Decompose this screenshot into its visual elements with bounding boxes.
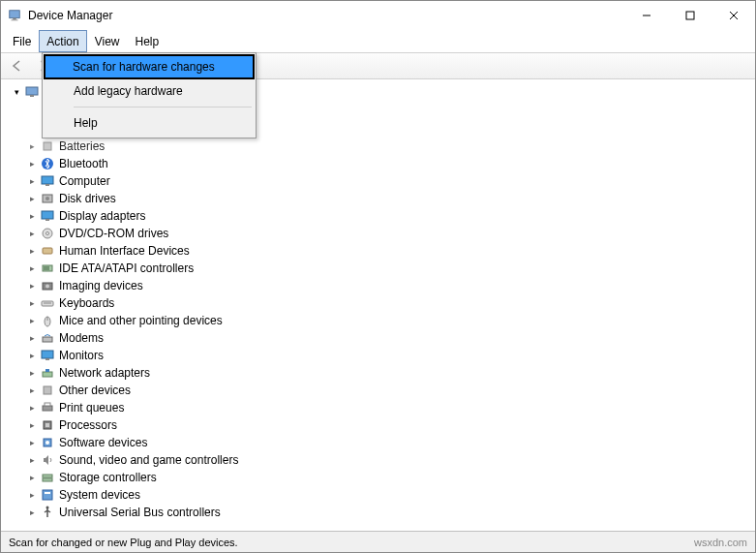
tree-item[interactable]: ▸Keyboards xyxy=(3,294,753,312)
tree-item[interactable]: ▸Universal Serial Bus controllers xyxy=(3,504,753,521)
device-manager-window: Device Manager File Action View Help Sca… xyxy=(0,0,756,553)
chevron-right-icon[interactable]: ▸ xyxy=(26,507,38,518)
battery-icon xyxy=(40,138,55,154)
usb-icon xyxy=(40,505,55,520)
chevron-right-icon[interactable]: ▸ xyxy=(26,315,38,326)
chevron-right-icon[interactable]: ▸ xyxy=(26,350,38,361)
chevron-right-icon[interactable]: ▸ xyxy=(26,472,38,483)
menu-action[interactable]: Action xyxy=(39,30,86,52)
camera-icon xyxy=(40,278,55,293)
chevron-right-icon[interactable]: ▸ xyxy=(26,454,38,466)
maximize-button[interactable] xyxy=(668,1,711,30)
menu-bar: File Action View Help Scan for hardware … xyxy=(1,30,755,52)
tree-item-label: Batteries xyxy=(59,139,105,153)
tree-item[interactable]: ▸Batteries xyxy=(3,138,753,155)
chevron-right-icon[interactable]: ▸ xyxy=(26,437,38,448)
chevron-right-icon[interactable]: ▸ xyxy=(26,489,38,501)
modem-icon xyxy=(40,330,55,346)
svg-rect-34 xyxy=(45,369,49,372)
menu-item-help[interactable]: Help xyxy=(45,110,254,136)
monitor-icon xyxy=(40,208,55,224)
tree-item[interactable]: ▸Storage controllers xyxy=(3,469,753,486)
chevron-right-icon[interactable]: ▸ xyxy=(26,280,38,292)
svg-rect-33 xyxy=(43,372,52,377)
tree-item-label: Software devices xyxy=(59,436,147,449)
expander-icon[interactable]: ▾ xyxy=(11,86,22,98)
svg-rect-43 xyxy=(43,478,52,481)
svg-rect-30 xyxy=(43,337,52,342)
tree-item[interactable]: ▸Other devices xyxy=(3,382,753,399)
menu-separator xyxy=(74,107,252,108)
chevron-right-icon[interactable]: ▸ xyxy=(26,367,38,379)
chevron-right-icon[interactable]: ▸ xyxy=(26,297,38,309)
svg-rect-1 xyxy=(13,18,16,20)
tree-item[interactable]: ▸Modems xyxy=(3,329,753,347)
tree-item[interactable]: ▸Mice and other pointing devices xyxy=(3,312,753,329)
tree-item[interactable]: ▸Software devices xyxy=(3,434,753,451)
svg-rect-32 xyxy=(45,358,49,360)
chevron-right-icon[interactable]: ▸ xyxy=(26,402,38,414)
tree-item-label: Storage controllers xyxy=(59,471,157,484)
svg-point-25 xyxy=(45,285,49,289)
svg-rect-8 xyxy=(30,95,34,97)
chevron-right-icon[interactable]: ▸ xyxy=(26,332,38,344)
tree-item[interactable]: ▸Monitors xyxy=(3,347,753,364)
tree-item-label: IDE ATA/ATAPI controllers xyxy=(59,261,194,275)
tree-item-label: Bluetooth xyxy=(59,157,108,170)
chevron-right-icon[interactable]: ▸ xyxy=(26,245,38,257)
tree-item-label: Human Interface Devices xyxy=(59,244,190,258)
menu-help[interactable]: Help xyxy=(128,30,167,52)
chevron-right-icon[interactable]: ▸ xyxy=(26,210,38,222)
menu-view[interactable]: View xyxy=(87,30,128,52)
tree-item[interactable]: ▸Sound, video and game controllers xyxy=(3,451,753,469)
tree-item[interactable]: ▸IDE ATA/ATAPI controllers xyxy=(3,260,753,277)
svg-rect-44 xyxy=(43,490,52,500)
tree-item[interactable]: ▸Human Interface Devices xyxy=(3,242,753,260)
title-bar: Device Manager xyxy=(1,1,755,30)
tree-item-label: Sound, video and game controllers xyxy=(59,453,238,467)
window-title: Device Manager xyxy=(28,9,112,22)
tree-item[interactable]: ▸Display adapters xyxy=(3,207,753,225)
window-controls xyxy=(624,1,755,30)
chevron-right-icon[interactable]: ▸ xyxy=(26,158,38,169)
mouse-icon xyxy=(40,313,55,328)
tree-item[interactable]: ▸Computer xyxy=(3,172,753,190)
minimize-button[interactable] xyxy=(624,1,668,30)
menu-item-scan-hardware[interactable]: Scan for hardware changes xyxy=(44,54,255,79)
toolbar-back-button[interactable] xyxy=(7,55,28,77)
keyboard-icon xyxy=(40,295,55,311)
device-tree-area[interactable]: ▾ ▸Batteries▸Bluetooth▸Computer▸Disk dri… xyxy=(1,79,755,531)
tree-item[interactable]: ▸Bluetooth xyxy=(3,155,753,172)
menu-item-add-legacy[interactable]: Add legacy hardware xyxy=(45,78,254,104)
close-button[interactable] xyxy=(711,1,755,30)
tree-item[interactable]: ▸Disk drives xyxy=(3,190,753,207)
svg-point-14 xyxy=(45,197,49,200)
tree-item[interactable]: ▸DVD/CD-ROM drives xyxy=(3,225,753,242)
svg-rect-35 xyxy=(44,386,51,394)
tree-item-label: DVD/CD-ROM drives xyxy=(59,227,168,240)
chevron-right-icon[interactable]: ▸ xyxy=(26,175,38,187)
svg-rect-4 xyxy=(686,12,694,19)
tree-item-label: Keyboards xyxy=(59,296,114,310)
status-text: Scan for changed or new Plug and Play de… xyxy=(9,537,238,548)
tree-item[interactable]: ▸Imaging devices xyxy=(3,277,753,294)
tree-item-label: Imaging devices xyxy=(59,279,143,292)
cpu-icon xyxy=(40,417,55,433)
menu-file[interactable]: File xyxy=(5,30,39,52)
tree-item-label: Display adapters xyxy=(59,209,145,223)
svg-rect-39 xyxy=(45,423,49,427)
tree-item[interactable]: ▸System devices xyxy=(3,486,753,504)
sound-icon xyxy=(40,452,55,468)
tree-item-label: Modems xyxy=(59,331,104,345)
chevron-right-icon[interactable]: ▸ xyxy=(26,193,38,204)
tree-item[interactable]: ▸Processors xyxy=(3,416,753,434)
tree-item-label: Monitors xyxy=(59,349,104,362)
chevron-right-icon[interactable]: ▸ xyxy=(26,419,38,431)
chevron-right-icon[interactable]: ▸ xyxy=(26,228,38,239)
tree-item[interactable]: ▸Print queues xyxy=(3,399,753,416)
svg-rect-2 xyxy=(12,19,18,20)
tree-item[interactable]: ▸Network adapters xyxy=(3,364,753,382)
chevron-right-icon[interactable]: ▸ xyxy=(26,262,38,274)
chevron-right-icon[interactable]: ▸ xyxy=(26,384,38,396)
chevron-right-icon[interactable]: ▸ xyxy=(26,140,38,152)
